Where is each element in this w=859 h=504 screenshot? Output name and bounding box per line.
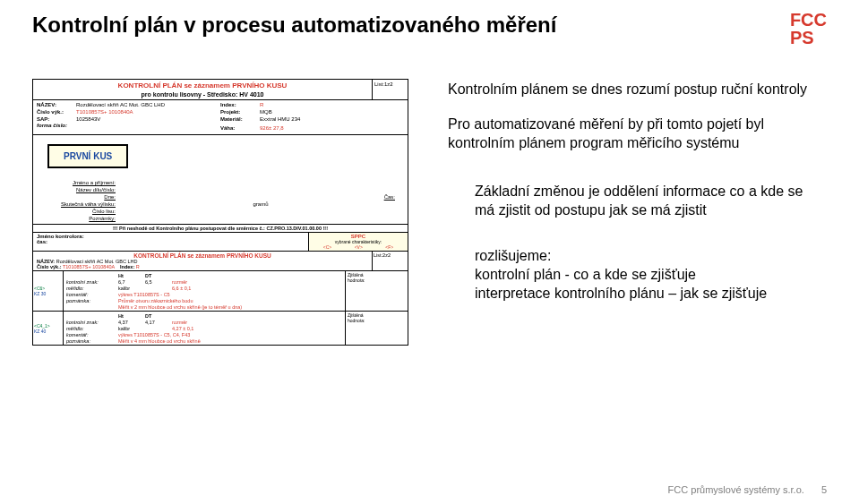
footer-company: FCC průmyslové systémy s.r.o. xyxy=(668,484,804,495)
sap-value: 1025843V xyxy=(76,116,100,122)
skut-vaha-label: Skutečná váha výlisku: xyxy=(40,201,121,207)
form-title-2: KONTROLNÍ PLÁN se záznamem PRVNÍHO KUSU xyxy=(37,252,368,259)
vaha-value: 926± 27,8 xyxy=(260,125,284,131)
nazev-label: NÁZEV: xyxy=(37,102,76,109)
prvni-kus-box: PRVNÍ KUS xyxy=(47,144,128,168)
index-label: Index: xyxy=(220,102,260,109)
logo: FCC PS xyxy=(790,11,827,47)
list-label-2: List:2z2 xyxy=(372,252,408,270)
kontrolor-row: Jméno kontrolora: čas: SPPC vybrané char… xyxy=(33,232,408,252)
meas2-rozmer: rozměr xyxy=(172,320,187,325)
index-value-2: R xyxy=(136,264,140,269)
cislo-lisu-label: Číslo lisu: xyxy=(40,209,121,214)
nazev-dilu-label: Název dílu/číslo: xyxy=(40,187,121,192)
measurement-block-2: <C4_1> KZ 40 HtDT kontrolní znak:4,374,1… xyxy=(33,311,408,345)
right-column: Kontrolním plánem se dnes rozumí postup … xyxy=(448,81,824,319)
meas1-poznamka-label: poznámka: xyxy=(66,298,118,303)
meas1-dt-label: DT xyxy=(145,273,172,278)
meas1-kz-label: kontrolní znak: xyxy=(66,279,118,285)
cislo-value: T1010857S+ 1010840A xyxy=(76,109,133,115)
control-plan-form: KONTROLNÍ PLÁN se záznamem PRVNÍHO KUSU … xyxy=(32,79,408,346)
material-label: Materiál: xyxy=(220,116,260,124)
meas2-kz-label: kontrolní znak: xyxy=(66,320,118,325)
material-value: Exxtral HMU 234 xyxy=(260,116,300,122)
form-subtitle: pro kontrolu lisovny - Středisko: HV 401… xyxy=(37,91,368,98)
nazev-value: Rozdělovací skříň AC Mot. GBC LHD xyxy=(76,102,165,107)
meas2-poznamka-val: Měřit v 4 mm hloubce od vrchu skříně xyxy=(118,338,201,344)
sap-label: SAP: xyxy=(37,116,76,124)
char-v: <V> xyxy=(355,244,363,250)
paragraph-3: Základní změnou je oddělení informace co… xyxy=(448,183,824,220)
meas2-meridlo-val: kalibr xyxy=(118,326,172,331)
logo-line1: FCC xyxy=(790,11,827,29)
meas1-meridlo-val: kalibr xyxy=(118,286,172,291)
meas1-tag2: KZ 30 xyxy=(34,291,62,296)
input-fields: Jméno a příjmení: Název dílu/číslo: Dne:… xyxy=(33,177,408,224)
paragraph-4b: kontrolní plán - co a kde se zjišťuje xyxy=(475,267,696,282)
footer-page: 5 xyxy=(821,484,827,495)
poznamky-label: Poznámky: xyxy=(40,216,121,221)
jmeno-label: Jméno a příjmení: xyxy=(40,180,121,185)
meas2-ht-label: Ht xyxy=(118,313,145,319)
projekt-label: Projekt: xyxy=(220,109,260,116)
meas2-tol: 4,27 ± 0,1 xyxy=(172,326,193,331)
meas1-komentar-label: komentář: xyxy=(66,292,118,297)
meas2-ht-val: 4,37 xyxy=(118,320,145,325)
cas-label: Čas: xyxy=(365,194,400,200)
meas1-poznamka-val2: Měřit v 2 mm hloubce od vrchu skříně (je… xyxy=(118,304,242,310)
meas1-poznamka-val1: Průměr otvoru zákaznického bodu xyxy=(118,298,193,303)
char-c: <C> xyxy=(323,244,331,250)
vaha-label: Váha: xyxy=(220,125,260,132)
cislo-label-2: Číslo výk.: xyxy=(37,264,62,269)
meas2-hodnota: hodnota: xyxy=(348,318,406,323)
logo-line2: PS xyxy=(790,29,827,47)
meas1-dt-val: 6,5 xyxy=(145,279,172,285)
index-label-2: Index: xyxy=(120,264,134,269)
form-header-2: KONTROLNÍ PLÁN se záznamem PRVNÍHO KUSU … xyxy=(33,252,408,271)
paragraph-4c: interpretace kontrolního plánu – jak se … xyxy=(475,286,767,301)
form-header: KONTROLNÍ PLÁN se záznamem PRVNÍHO KUSU … xyxy=(33,80,408,100)
meas1-rozmer: rozměr xyxy=(172,279,187,285)
projekt-value: MQB xyxy=(260,109,272,115)
dne-label: Dne: xyxy=(40,194,121,200)
cas-kontrolor-label: čas: xyxy=(37,239,305,244)
meas1-ht-val: 6,7 xyxy=(118,279,145,285)
form-title: KONTROLNÍ PLÁN se záznamem PRVNÍHO KUSU xyxy=(37,81,368,90)
gramu-label: gramů xyxy=(121,201,400,207)
measurement-block-1: <C6> KZ 30 HtDT kontrolní znak:6,76,5roz… xyxy=(33,271,408,311)
char-f: <F> xyxy=(385,244,393,250)
meas2-komentar-label: komentář: xyxy=(66,332,118,337)
meas2-dt-val: 4,17 xyxy=(145,320,172,325)
paragraph-2: Pro automatizované měření by při tomto p… xyxy=(448,115,824,153)
meas1-ht-label: Ht xyxy=(118,273,145,278)
cislo-label: Číslo výk.: xyxy=(37,109,76,116)
meas2-komentar-val: výkres T1010857S - C5, C4, F43 xyxy=(118,332,190,337)
meas2-meridlo-label: měřidlo: xyxy=(66,326,118,331)
meas2-dt-label: DT xyxy=(145,313,172,319)
warning-text: !!! Při neshodě od Kontrolního plánu pos… xyxy=(33,224,408,232)
meas2-poznamka-label: poznámka: xyxy=(66,338,118,344)
meas1-tol: 6,6 ± 0,1 xyxy=(172,286,191,291)
paragraph-1: Kontrolním plánem se dnes rozumí postup … xyxy=(448,81,824,99)
meas1-komentar-val: výkres T1010857S - C5 xyxy=(118,292,170,297)
forma-label: forma číslo: xyxy=(37,123,76,130)
footer: FCC průmyslové systémy s.r.o. 5 xyxy=(668,484,827,495)
meas2-tag2: KZ 40 xyxy=(34,329,62,334)
meas1-meridlo-label: měřidlo: xyxy=(66,286,118,291)
list-label: List:1z2 xyxy=(372,80,408,99)
page-title: Kontrolní plán v procesu automatizovanéh… xyxy=(32,13,556,38)
form-meta: NÁZEV:Rozdělovací skříň AC Mot. GBC LHD … xyxy=(33,100,408,135)
index-value: R xyxy=(260,102,263,107)
paragraph-4a: rozlišujeme: xyxy=(475,248,551,263)
cislo-value-2: T1010857S+ 1010840A xyxy=(63,264,115,269)
meas1-hodnota: hodnota: xyxy=(348,278,406,283)
